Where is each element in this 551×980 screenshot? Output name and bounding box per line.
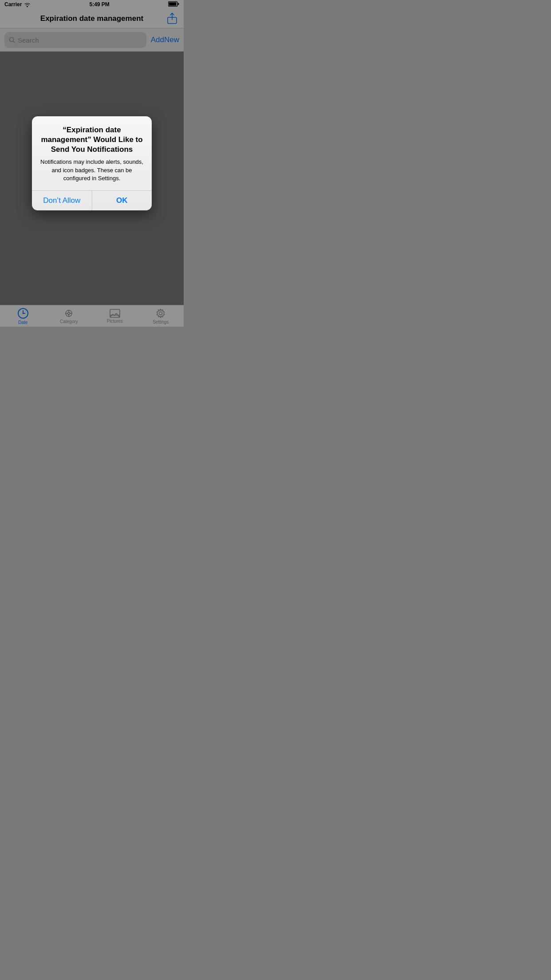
alert-buttons: Don’t Allow OK bbox=[32, 191, 152, 210]
ok-button[interactable]: OK bbox=[92, 191, 152, 210]
dont-allow-button[interactable]: Don’t Allow bbox=[32, 191, 92, 210]
alert-overlay: “Expiration date management” Would Like … bbox=[0, 0, 184, 327]
alert-content: “Expiration date management” Would Like … bbox=[32, 116, 152, 190]
alert-box: “Expiration date management” Would Like … bbox=[32, 116, 152, 210]
alert-message: Notifications may include alerts, sounds… bbox=[39, 158, 145, 182]
alert-title: “Expiration date management” Would Like … bbox=[39, 125, 145, 154]
